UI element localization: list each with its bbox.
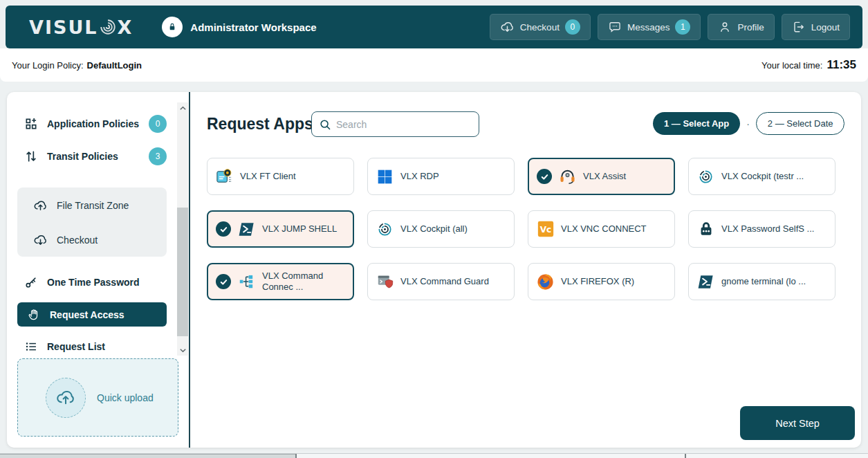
header-actions: Checkout 0 Messages 1 Profile Logout bbox=[490, 14, 850, 40]
app-label: VLX RDP bbox=[400, 171, 439, 182]
powershell-icon bbox=[237, 220, 256, 239]
app-card-vlx-cockpit-all[interactable]: VLX Cockpit (all) bbox=[367, 210, 515, 248]
content-area: Request Apps 1 — Select App · 2 — Select… bbox=[190, 92, 861, 448]
scroll-down-icon[interactable] bbox=[177, 345, 188, 356]
grid-plus-icon bbox=[24, 117, 38, 131]
bottom-edge-divider bbox=[685, 454, 686, 458]
step-select-date[interactable]: 2 — Select Date bbox=[756, 112, 845, 135]
sidebar-item-transit-policies[interactable]: Transit Policies 3 bbox=[24, 147, 167, 166]
sidebar-item-file-transit-zone[interactable]: File Transit Zone bbox=[33, 196, 158, 215]
app-card-vlx-ft-client[interactable]: VLX FT Client bbox=[207, 158, 354, 195]
next-step-button[interactable]: Next Step bbox=[740, 406, 855, 440]
app-card-vlx-rdp[interactable]: VLX RDP bbox=[367, 158, 515, 195]
app-label: VLX Password SelfS ... bbox=[721, 223, 814, 235]
page-title: Request Apps bbox=[207, 115, 313, 134]
messages-label: Messages bbox=[627, 22, 670, 33]
lock-icon bbox=[162, 17, 183, 37]
app-card-vlx-assist[interactable]: VLX Assist bbox=[528, 158, 675, 195]
bottom-edge-segment bbox=[0, 454, 295, 458]
transfer-arrows-icon bbox=[24, 149, 38, 163]
check-icon bbox=[216, 221, 231, 237]
firefox-icon bbox=[536, 273, 555, 291]
app-card-vlx-jump-shell[interactable]: VLX JUMP SHELL bbox=[207, 210, 354, 248]
logo-text-pre: VISUL bbox=[29, 17, 98, 38]
app-label: VLX Command Connec ... bbox=[262, 271, 345, 293]
quick-upload-dropzone[interactable]: Quick upload bbox=[17, 358, 178, 437]
sidebar-group: File Transit Zone Checkout bbox=[17, 187, 167, 257]
sidebar-scrollbar[interactable] bbox=[177, 102, 188, 356]
terminal-icon bbox=[696, 273, 715, 291]
scroll-up-icon[interactable] bbox=[177, 102, 188, 113]
cockpit-spiral-icon bbox=[376, 220, 394, 239]
logo-spiral-icon bbox=[99, 18, 117, 36]
cloud-upload-icon bbox=[55, 387, 76, 408]
upload-circle bbox=[46, 378, 86, 418]
app-header: VISUL X Administrator Workspace Checkout… bbox=[6, 6, 862, 48]
search-icon bbox=[319, 118, 331, 131]
local-time-label: Your local time: bbox=[761, 60, 822, 71]
app-label: VLX FT Client bbox=[240, 171, 296, 182]
app-label: gnome terminal (lo ... bbox=[721, 276, 806, 287]
cloud-download-icon bbox=[33, 233, 48, 248]
logout-label: Logout bbox=[811, 22, 840, 33]
sidebar-item-application-policies[interactable]: Application Policies 0 bbox=[24, 114, 167, 134]
checkout-button[interactable]: Checkout 0 bbox=[490, 14, 591, 40]
app-card-vlx-command-guard[interactable]: VLX Command Guard bbox=[367, 263, 515, 300]
profile-label: Profile bbox=[737, 22, 764, 33]
messages-badge: 1 bbox=[675, 19, 690, 35]
scrollbar-thumb[interactable] bbox=[177, 208, 188, 336]
app-label: VLX Assist bbox=[583, 171, 626, 182]
logo-text-post: X bbox=[118, 17, 133, 38]
local-time-value: 11:35 bbox=[827, 58, 856, 72]
quick-upload-label: Quick upload bbox=[97, 392, 154, 403]
checkout-label: Checkout bbox=[520, 22, 560, 33]
cloud-download-icon bbox=[500, 20, 515, 35]
app-card-vlx-password-selfservice[interactable]: VLX Password SelfS ... bbox=[688, 210, 835, 248]
search-input[interactable] bbox=[336, 119, 461, 130]
person-icon bbox=[718, 20, 732, 34]
list-icon bbox=[24, 340, 38, 354]
cloud-upload-icon bbox=[33, 199, 48, 213]
app-card-vlx-firefox[interactable]: VLX FIREFOX (R) bbox=[528, 263, 675, 300]
app-label: VLX VNC CONNECT bbox=[561, 223, 647, 235]
step-select-app[interactable]: 1 — Select App bbox=[653, 112, 740, 135]
sidebar-item-request-list[interactable]: Request List bbox=[24, 337, 167, 356]
svg-text:Vc: Vc bbox=[539, 225, 551, 235]
application-policies-badge: 0 bbox=[149, 115, 167, 133]
app-label: VLX FIREFOX (R) bbox=[561, 276, 634, 287]
info-bar: Your Login Policy: DefaultLogin Your loc… bbox=[0, 48, 868, 82]
main-panel: Application Policies 0 Transit Policies … bbox=[7, 92, 861, 448]
step-separator: · bbox=[746, 118, 750, 129]
sidebar-item-request-access[interactable]: Request Access bbox=[17, 302, 167, 327]
sidebar-item-label: Transit Policies bbox=[47, 151, 118, 162]
transit-policies-badge: 3 bbox=[149, 147, 167, 165]
sidebar-item-label: Checkout bbox=[57, 235, 98, 246]
key-icon bbox=[24, 275, 38, 289]
checkout-badge: 0 bbox=[565, 19, 580, 35]
hand-icon bbox=[27, 308, 41, 322]
app-label: VLX Cockpit (all) bbox=[400, 223, 468, 235]
search-box bbox=[311, 111, 479, 137]
app-card-vlx-vnc-connect[interactable]: Vc VLX VNC CONNECT bbox=[528, 210, 675, 248]
sidebar-item-one-time-password[interactable]: One Time Password bbox=[24, 273, 167, 292]
sidebar: Application Policies 0 Transit Policies … bbox=[7, 92, 190, 448]
sidebar-item-label: One Time Password bbox=[47, 277, 140, 288]
visulox-logo: VISUL X bbox=[29, 17, 133, 38]
app-label: VLX JUMP SHELL bbox=[262, 223, 337, 235]
windows-icon bbox=[376, 167, 394, 186]
login-policy-value: DefaultLogin bbox=[87, 60, 142, 71]
local-time: Your local time: 11:35 bbox=[761, 58, 856, 72]
login-policy-label: Your Login Policy: bbox=[12, 60, 84, 71]
sidebar-item-label: Request List bbox=[47, 341, 105, 352]
logout-button[interactable]: Logout bbox=[782, 14, 850, 40]
profile-button[interactable]: Profile bbox=[708, 14, 774, 40]
sidebar-item-checkout[interactable]: Checkout bbox=[33, 230, 158, 250]
message-icon bbox=[608, 20, 622, 34]
app-card-vlx-command-connect[interactable]: VLX Command Connec ... bbox=[207, 263, 354, 300]
bottom-edge-divider bbox=[295, 454, 297, 458]
app-card-vlx-cockpit-testr[interactable]: VLX Cockpit (testr ... bbox=[688, 158, 835, 195]
sidebar-item-label: File Transit Zone bbox=[57, 200, 129, 211]
step-indicator: 1 — Select App · 2 — Select Date bbox=[653, 112, 844, 135]
messages-button[interactable]: Messages 1 bbox=[598, 14, 701, 40]
app-card-gnome-terminal[interactable]: gnome terminal (lo ... bbox=[688, 263, 835, 300]
